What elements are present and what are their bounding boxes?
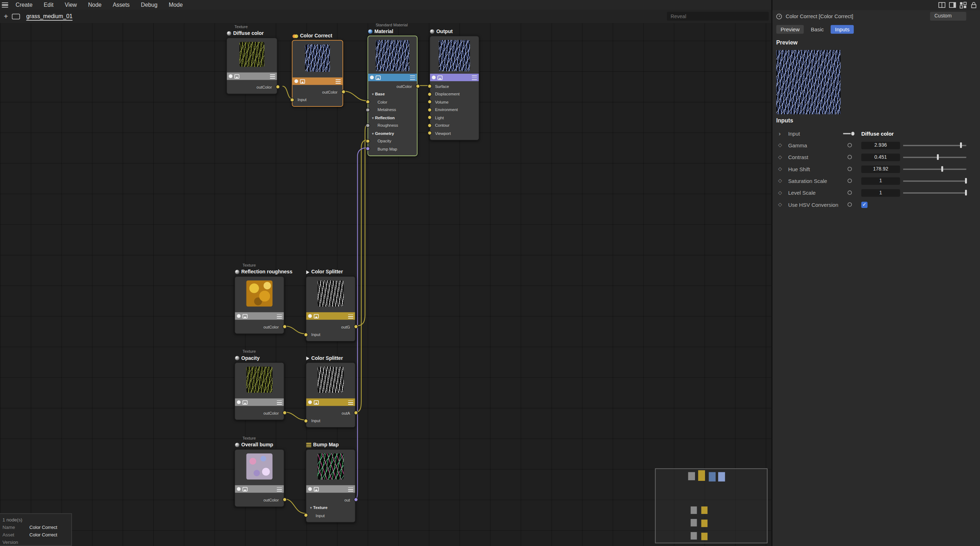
preview-toggle-icon[interactable] — [308, 400, 312, 404]
connect-port-icon[interactable] — [848, 155, 852, 159]
lock-icon[interactable] — [970, 2, 977, 9]
saturation-scale-slider[interactable] — [903, 178, 966, 184]
image-icon[interactable] — [314, 487, 319, 491]
image-icon[interactable] — [243, 487, 248, 491]
value-field[interactable]: 178.92 — [861, 165, 900, 173]
preview-toggle-icon[interactable] — [308, 487, 312, 491]
input-port[interactable] — [428, 108, 431, 111]
node-color-splitter-g[interactable]: Color Splitter outG Input — [305, 276, 356, 341]
collapse-icon[interactable]: ▾ — [372, 92, 374, 96]
tab-inputs[interactable]: Inputs — [831, 25, 854, 34]
contrast-slider[interactable] — [903, 154, 966, 160]
input-port[interactable] — [304, 333, 307, 336]
collapse-icon[interactable]: ▾ — [372, 131, 374, 135]
output-port[interactable] — [283, 411, 286, 415]
tab-grass-medium-01[interactable]: grass_medium_01 — [26, 13, 73, 20]
connection-icon[interactable] — [843, 131, 854, 135]
grid-icon[interactable] — [959, 2, 967, 9]
menu-icon[interactable] — [348, 314, 353, 318]
input-port[interactable] — [304, 514, 307, 517]
connect-port-icon[interactable] — [848, 179, 852, 183]
hsv-checkbox[interactable]: ✓ — [861, 202, 868, 208]
level-scale-slider[interactable] — [903, 190, 966, 195]
image-icon[interactable] — [243, 400, 248, 404]
preview-toggle-icon[interactable] — [237, 314, 241, 318]
input-port[interactable] — [428, 92, 431, 96]
image-icon[interactable] — [375, 75, 380, 79]
output-port[interactable] — [283, 325, 286, 329]
value-field[interactable]: 2.936 — [861, 141, 900, 149]
input-port[interactable] — [428, 100, 431, 103]
output-port[interactable] — [354, 411, 357, 415]
node-diffuse-color[interactable]: Texture Diffuse color outColor — [226, 37, 277, 94]
input-port[interactable] — [428, 132, 431, 135]
menu-debug[interactable]: Debug — [135, 0, 163, 10]
menu-icon[interactable] — [348, 400, 353, 404]
preview-toggle-icon[interactable] — [229, 75, 232, 78]
panel-right-icon[interactable] — [949, 2, 956, 9]
connect-port-icon[interactable] — [848, 190, 852, 195]
menu-icon[interactable] — [277, 314, 282, 318]
connect-port-icon[interactable] — [848, 143, 852, 148]
image-icon[interactable] — [243, 314, 248, 318]
navigator-minimap[interactable] — [655, 468, 768, 543]
menu-icon[interactable] — [277, 487, 282, 491]
connect-port-icon[interactable] — [848, 202, 852, 206]
preview-toggle-icon[interactable] — [294, 79, 298, 83]
collapse-icon[interactable]: ▾ — [310, 505, 312, 510]
output-port[interactable] — [342, 90, 345, 94]
menu-icon[interactable] — [410, 75, 415, 79]
add-tab-icon[interactable]: + — [0, 10, 12, 23]
preview-toggle-icon[interactable] — [308, 314, 312, 318]
value-field[interactable]: 1 — [861, 189, 900, 197]
menu-icon[interactable] — [277, 400, 282, 404]
menu-mode[interactable]: Mode — [163, 0, 188, 10]
image-icon[interactable] — [314, 400, 319, 404]
frame-icon[interactable] — [12, 14, 20, 19]
input-port[interactable] — [428, 85, 431, 88]
menu-icon[interactable] — [348, 487, 353, 491]
image-icon[interactable] — [234, 74, 239, 78]
preset-dropdown[interactable]: Custom — [930, 12, 966, 21]
preview-toggle-icon[interactable] — [432, 75, 436, 79]
gamma-slider[interactable] — [903, 142, 966, 148]
collapse-icon[interactable]: ▾ — [372, 115, 374, 120]
param-value[interactable]: Diffuse color — [861, 130, 894, 136]
image-icon[interactable] — [314, 314, 319, 318]
node-material[interactable]: Standard Material Material outColor ▾Bas… — [368, 36, 417, 156]
input-port[interactable] — [290, 98, 294, 102]
input-port[interactable] — [366, 148, 369, 151]
image-icon[interactable] — [438, 75, 442, 79]
reveal-search-input[interactable] — [667, 12, 769, 21]
value-field[interactable]: 0.451 — [861, 153, 900, 161]
node-color-correct[interactable]: Color Correct outColor Input — [292, 40, 343, 107]
input-port[interactable] — [428, 124, 431, 127]
menu-edit[interactable]: Edit — [38, 0, 59, 10]
preview-toggle-icon[interactable] — [370, 75, 374, 79]
panel-split-icon[interactable] — [938, 2, 946, 9]
menu-view[interactable]: View — [59, 0, 83, 10]
output-port[interactable] — [416, 85, 419, 88]
input-port[interactable] — [366, 100, 369, 103]
menu-node[interactable]: Node — [82, 0, 107, 10]
preview-toggle-icon[interactable] — [237, 487, 241, 491]
node-overall-bump[interactable]: Texture Overall bump outColor — [234, 449, 284, 506]
node-bump-map[interactable]: Bump Map out ▾Texture Input — [305, 449, 356, 522]
output-port[interactable] — [283, 498, 286, 502]
node-output[interactable]: Output Surface Displacement Volume Envir… — [429, 36, 479, 140]
input-port[interactable] — [304, 419, 307, 422]
menu-assets[interactable]: Assets — [107, 0, 135, 10]
input-port[interactable] — [366, 124, 369, 127]
tab-basic[interactable]: Basic — [809, 25, 826, 34]
image-icon[interactable] — [300, 79, 305, 83]
hamburger-menu-icon[interactable] — [0, 0, 10, 10]
preview-toggle-icon[interactable] — [237, 400, 241, 404]
input-port[interactable] — [366, 140, 369, 143]
tab-preview[interactable]: Preview — [776, 25, 804, 34]
input-port[interactable] — [366, 108, 369, 111]
menu-icon[interactable] — [270, 74, 275, 78]
output-port[interactable] — [354, 325, 357, 329]
node-reflection-roughness[interactable]: Texture Reflection roughness outColor — [234, 276, 284, 333]
menu-icon[interactable] — [336, 79, 340, 83]
menu-create[interactable]: Create — [10, 0, 38, 10]
